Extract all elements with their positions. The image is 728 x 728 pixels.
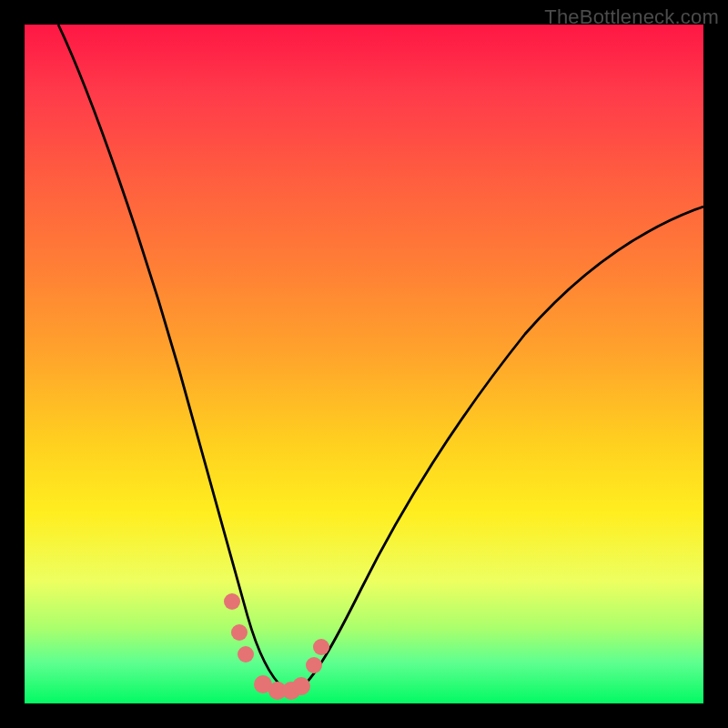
curve-left-branch [58, 25, 298, 691]
marker-dot [224, 593, 240, 610]
marker-dot [231, 624, 248, 641]
marker-dot [238, 646, 254, 662]
marker-dot [306, 657, 322, 673]
attribution-label: TheBottleneck.com [544, 5, 719, 29]
trough-markers [224, 593, 329, 700]
chart-container: TheBottleneck.com [0, 0, 728, 728]
curve-layer [25, 25, 703, 703]
marker-dot [313, 639, 329, 655]
marker-dot [292, 677, 310, 695]
curve-right-branch [298, 207, 703, 691]
plot-area [25, 25, 703, 703]
